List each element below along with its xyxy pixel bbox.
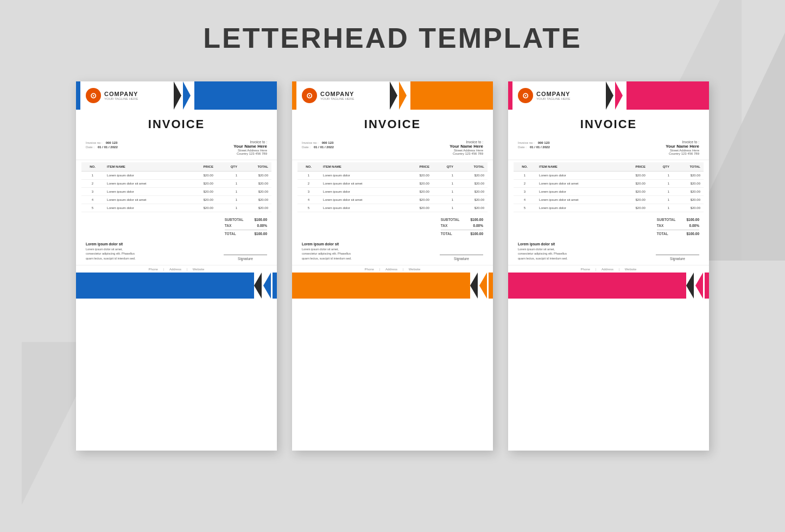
invoice-address-right: Invoice to : Your Name Here Street Addre… (450, 140, 483, 155)
table-cell: 1 (514, 172, 536, 180)
footer-address: Address (169, 268, 181, 271)
table-cell: $20.00 (457, 204, 488, 212)
totals-table: SUBTOTAL$100.00 TAX0.00% TOTAL$100.00 (225, 217, 267, 237)
signature-label: Signature (224, 257, 267, 261)
table-cell: Lorem ipsum dolor (320, 204, 403, 212)
bottom-chevrons (470, 273, 489, 299)
right-accent-bar (705, 273, 709, 299)
table-cell: Lorem ipsum dolor (320, 188, 403, 196)
table-cell: Lorem ipsum dolor (536, 172, 619, 180)
footer-note: Lorem ipsum dolor sit Lorem ipsum dolor … (302, 242, 440, 261)
table-cell: $20.00 (403, 188, 433, 196)
bottom-chevron-accent-icon (479, 273, 487, 299)
chevron-dark-icon (606, 81, 613, 110)
table-header: ITEM NAME (320, 162, 403, 172)
table-cell: $20.00 (240, 196, 271, 204)
invoice-title: INVOICE (76, 110, 277, 136)
footer-note: Lorem ipsum dolor sit Lorem ipsum dolor … (86, 242, 224, 261)
table-row: 4Lorem ipsum dolor sit amet$20.001$20.00 (297, 196, 488, 204)
invoice-table: NO.ITEM NAMEPRICEQTYTOTAL1Lorem ipsum do… (81, 162, 271, 212)
invoice-table-wrapper: NO.ITEM NAMEPRICEQTYTOTAL1Lorem ipsum do… (76, 162, 277, 214)
table-header: ITEM NAME (536, 162, 619, 172)
table-cell: Lorem ipsum dolor sit amet (536, 180, 619, 188)
company-name: COMPANY (536, 91, 570, 97)
signature-block: Signature (224, 255, 267, 261)
signature-label: Signature (656, 257, 699, 261)
table-cell: $20.00 (673, 204, 704, 212)
bottom-chevron-dark-icon (470, 273, 478, 299)
note-signature-area: Lorem ipsum dolor sit Lorem ipsum dolor … (508, 239, 709, 265)
table-header: TOTAL (457, 162, 488, 172)
bottom-color-bar (292, 273, 470, 299)
card-bottom-bar (292, 273, 493, 299)
signature-line (656, 255, 699, 255)
table-cell: $20.00 (187, 196, 217, 204)
left-accent-bar (508, 81, 512, 110)
table-cell: 1 (433, 180, 457, 188)
footer-address: Address (385, 268, 397, 271)
table-header: NO. (297, 162, 320, 172)
card-bottom-bar (76, 273, 277, 299)
company-name: COMPANY (104, 91, 138, 97)
table-cell: 5 (297, 204, 320, 212)
company-tagline: YOUR TAGLINE HERE (104, 97, 138, 100)
company-name: COMPANY (320, 91, 354, 97)
table-cell: $20.00 (457, 188, 488, 196)
logo-icon: ⊙ (518, 88, 533, 103)
table-row: 3Lorem ipsum dolor$20.001$20.00 (297, 188, 488, 196)
invoice-title: INVOICE (508, 110, 709, 136)
footer-website: Website (409, 268, 421, 271)
table-header: ITEM NAME (104, 162, 187, 172)
bottom-chevron-accent-icon (263, 273, 271, 299)
totals-section: SUBTOTAL$100.00 TAX0.00% TOTAL$100.00 (508, 214, 709, 239)
table-row: 1Lorem ipsum dolor$20.001$20.00 (514, 172, 704, 180)
logo-icon: ⊙ (86, 88, 101, 103)
table-cell: Lorem ipsum dolor (104, 204, 187, 212)
top-color-bar (626, 81, 709, 110)
table-cell: 3 (514, 188, 536, 196)
table-cell: $20.00 (619, 204, 649, 212)
table-cell: 2 (514, 180, 536, 188)
table-cell: $20.00 (673, 172, 704, 180)
table-row: 3Lorem ipsum dolor$20.001$20.00 (514, 188, 704, 196)
table-cell: $20.00 (240, 204, 271, 212)
table-cell: 3 (81, 188, 104, 196)
invoice-meta-left: Invoice no :000 123 Date :01 / 01 / 2022 (86, 140, 118, 155)
note-title: Lorem ipsum dolor sit (86, 242, 224, 246)
invoice-card-red: ⊙COMPANYYOUR TAGLINE HEREINVOICE Invoice… (508, 81, 709, 451)
table-cell: 1 (297, 172, 320, 180)
totals-table: SUBTOTAL$100.00 TAX0.00% TOTAL$100.00 (657, 217, 699, 237)
templates-row: ⊙COMPANYYOUR TAGLINE HEREINVOICE Invoice… (76, 81, 709, 451)
footer-website: Website (193, 268, 205, 271)
table-cell: $20.00 (673, 188, 704, 196)
bottom-color-bar (508, 273, 686, 299)
table-row: 2Lorem ipsum dolor sit amet$20.001$20.00 (81, 180, 271, 188)
table-cell: $20.00 (403, 204, 433, 212)
table-cell: 2 (81, 180, 104, 188)
chevron-decorations (390, 81, 408, 110)
table-cell: $20.00 (403, 180, 433, 188)
separator: | (163, 268, 164, 271)
footer-contact: Phone | Address | Website (76, 265, 277, 273)
chevron-accent-icon (615, 81, 623, 110)
table-row: 4Lorem ipsum dolor sit amet$20.001$20.00 (81, 196, 271, 204)
table-cell: Lorem ipsum dolor (536, 188, 619, 196)
invoice-info-section: Invoice no :000 123 Date :01 / 01 / 2022… (76, 136, 277, 160)
table-cell: 1 (649, 204, 673, 212)
table-cell: Lorem ipsum dolor (320, 172, 403, 180)
table-cell: 1 (433, 204, 457, 212)
totals-table: SUBTOTAL$100.00 TAX0.00% TOTAL$100.00 (441, 217, 483, 237)
table-cell: Lorem ipsum dolor sit amet (104, 196, 187, 204)
table-row: 1Lorem ipsum dolor$20.001$20.00 (297, 172, 488, 180)
signature-block: Signature (440, 255, 483, 261)
table-cell: 5 (81, 204, 104, 212)
table-row: 2Lorem ipsum dolor sit amet$20.001$20.00 (514, 180, 704, 188)
table-cell: Lorem ipsum dolor (104, 172, 187, 180)
top-color-bar (194, 81, 277, 110)
table-cell: 1 (649, 172, 673, 180)
note-text: Lorem ipsum dolor sit amet, consectetur … (518, 247, 656, 261)
table-cell: $20.00 (240, 172, 271, 180)
table-cell: 2 (297, 180, 320, 188)
separator: | (596, 268, 597, 271)
company-tagline: YOUR TAGLINE HERE (536, 97, 570, 100)
